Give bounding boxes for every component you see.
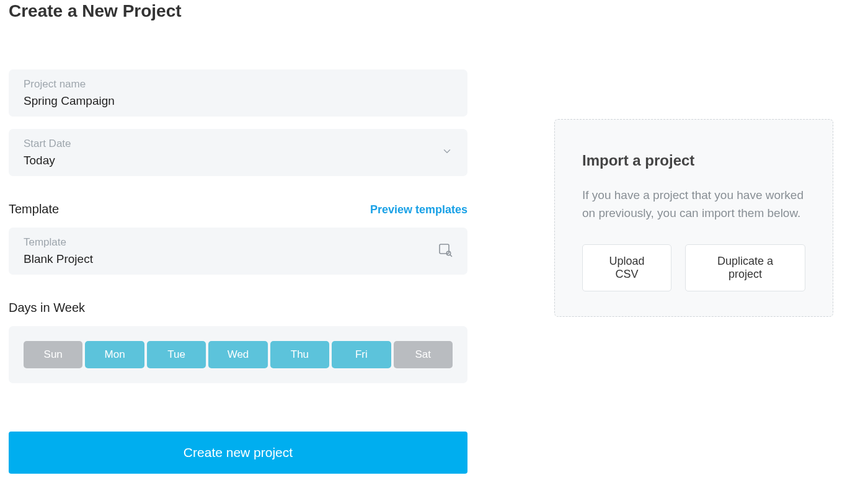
day-chip-sat[interactable]: Sat xyxy=(394,341,453,368)
duplicate-project-button[interactable]: Duplicate a project xyxy=(685,244,805,291)
days-in-week-box: SunMonTueWedThuFriSat xyxy=(9,326,467,383)
start-date-field[interactable]: Start Date Today xyxy=(9,129,467,176)
upload-csv-button[interactable]: Upload CSV xyxy=(582,244,671,291)
day-chip-tue[interactable]: Tue xyxy=(147,341,206,368)
svg-line-2 xyxy=(450,255,452,257)
import-project-card: Import a project If you have a project t… xyxy=(554,119,833,317)
preview-templates-link[interactable]: Preview templates xyxy=(370,203,467,216)
project-name-field[interactable]: Project name xyxy=(9,69,467,117)
create-project-button[interactable]: Create new project xyxy=(9,432,467,474)
template-search-icon xyxy=(438,242,453,260)
project-name-input[interactable] xyxy=(24,94,453,108)
project-name-label: Project name xyxy=(24,78,453,91)
day-chip-sun[interactable]: Sun xyxy=(24,341,82,368)
template-field-label: Template xyxy=(24,236,453,249)
day-chip-mon[interactable]: Mon xyxy=(85,341,144,368)
template-field[interactable]: Template Blank Project xyxy=(9,228,467,275)
template-section-title: Template xyxy=(9,202,59,216)
day-chip-fri[interactable]: Fri xyxy=(332,341,391,368)
page-title: Create a New Project xyxy=(9,1,859,21)
day-chip-wed[interactable]: Wed xyxy=(208,341,267,368)
start-date-label: Start Date xyxy=(24,138,453,150)
create-project-form: Project name Start Date Today Template P… xyxy=(9,69,467,474)
days-section-title: Days in Week xyxy=(9,301,467,315)
import-description: If you have a project that you have work… xyxy=(582,187,805,222)
template-value: Blank Project xyxy=(24,252,453,266)
start-date-value: Today xyxy=(24,154,453,167)
day-chip-thu[interactable]: Thu xyxy=(270,341,329,368)
import-title: Import a project xyxy=(582,152,805,169)
